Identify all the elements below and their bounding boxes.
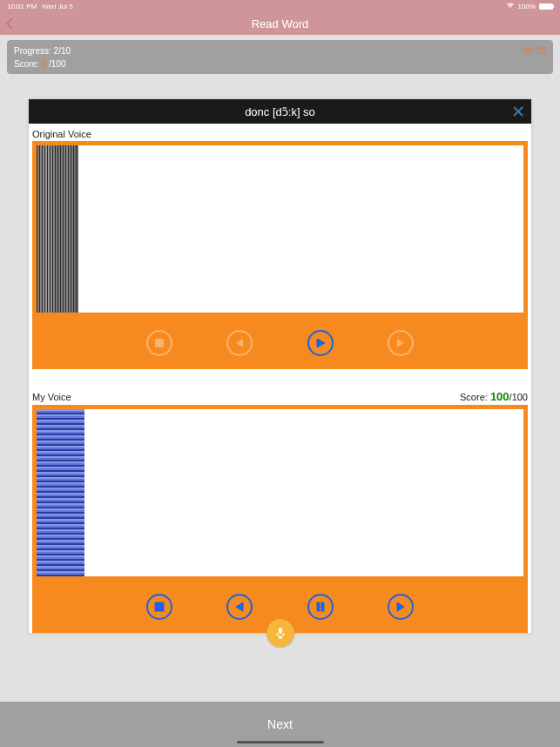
my-stop-button[interactable] bbox=[146, 594, 172, 620]
status-bar: 10:01 PM Wed Jul 5 100% bbox=[0, 0, 560, 12]
my-spectrogram-frame bbox=[32, 405, 528, 581]
original-next-button[interactable] bbox=[388, 330, 414, 356]
battery-icon bbox=[539, 3, 553, 10]
page-title: Read Word bbox=[252, 17, 309, 30]
word-title: donc [dɔ̃:k] so bbox=[245, 105, 315, 118]
card-header: donc [dɔ̃:k] so bbox=[29, 99, 531, 124]
original-controls bbox=[32, 317, 528, 369]
original-play-button[interactable] bbox=[307, 330, 334, 356]
my-voice-label: My Voice bbox=[32, 392, 71, 402]
svg-rect-3 bbox=[321, 602, 324, 611]
original-voice-label: Original Voice bbox=[29, 124, 531, 141]
word-card: donc [dɔ̃:k] so Original Voice My Voice … bbox=[29, 99, 531, 633]
status-date: Wed Jul 5 bbox=[42, 3, 72, 10]
back-button[interactable] bbox=[5, 12, 16, 35]
timer: 00:39 bbox=[522, 45, 546, 56]
my-pause-button[interactable] bbox=[307, 594, 334, 620]
original-prev-button[interactable] bbox=[226, 330, 253, 356]
score-total: /100 bbox=[49, 59, 65, 69]
wifi-icon bbox=[506, 2, 515, 10]
next-label: Next bbox=[267, 717, 293, 731]
my-score-total: /100 bbox=[509, 392, 528, 402]
my-score-label: Score: bbox=[460, 392, 488, 402]
status-time: 10:01 PM bbox=[7, 3, 37, 10]
close-button[interactable] bbox=[512, 99, 524, 124]
score-row: Score: 0 /100 bbox=[14, 59, 546, 69]
svg-rect-1 bbox=[155, 602, 164, 611]
home-indicator bbox=[237, 741, 324, 744]
my-prev-button[interactable] bbox=[226, 594, 253, 620]
score-label: Score: bbox=[14, 59, 39, 69]
record-button[interactable] bbox=[267, 619, 294, 647]
score-current: 0 bbox=[42, 59, 47, 69]
svg-rect-0 bbox=[155, 339, 164, 347]
my-voice-header: My Voice Score: 100/100 bbox=[29, 385, 531, 405]
info-bar: Progress: 2/10 00:39 Score: 0 /100 bbox=[7, 40, 553, 74]
my-spectrogram bbox=[37, 409, 523, 576]
nav-bar: Read Word bbox=[0, 12, 560, 35]
battery-pct: 100% bbox=[518, 3, 536, 10]
progress-value: 2/10 bbox=[54, 46, 71, 56]
original-stop-button[interactable] bbox=[146, 330, 172, 356]
progress-label: Progress: bbox=[14, 46, 51, 56]
original-spectrogram-frame bbox=[32, 141, 528, 317]
my-score-value: 100 bbox=[490, 390, 509, 403]
my-voice-score: Score: 100/100 bbox=[460, 390, 528, 403]
original-spectrogram bbox=[37, 145, 523, 313]
svg-rect-4 bbox=[279, 628, 282, 634]
my-next-button[interactable] bbox=[388, 594, 414, 620]
progress-text: Progress: 2/10 bbox=[14, 46, 71, 56]
svg-rect-2 bbox=[317, 602, 320, 611]
